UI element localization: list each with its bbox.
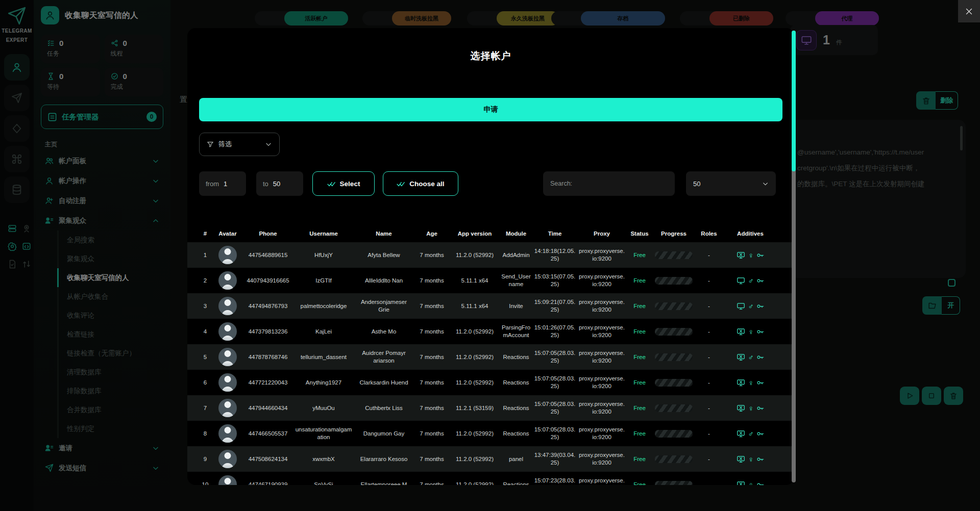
modal-title: 选择帐户 (187, 49, 794, 63)
cell-name: Clarksardin Huend (354, 377, 414, 389)
progress-bar (655, 277, 693, 285)
avatar (218, 399, 237, 417)
cell-roles: - (695, 275, 723, 287)
cell-roles: - (695, 326, 723, 338)
column-header: Status (626, 228, 653, 240)
cell-name: Ellartemporeee M (354, 479, 414, 485)
cell-additives: ♂ (723, 274, 777, 287)
key-icon (756, 481, 764, 486)
cell-module: Invite (500, 300, 532, 312)
cell-additives: ♂ (723, 427, 777, 440)
status-badge: Free (626, 428, 653, 440)
key-icon (756, 251, 764, 259)
cell-name: AllleIddlto Nan (354, 275, 414, 287)
column-header: Name (354, 228, 414, 240)
progress-bar (655, 353, 693, 361)
progress-bar (655, 481, 693, 486)
cell-name: Auidrcer Pomayr ariarson (354, 347, 414, 367)
monitor-x-icon (737, 327, 745, 336)
page-size-select[interactable]: 50 (686, 171, 776, 196)
female-icon: ♀ (748, 379, 753, 387)
cell-proxy: proxy.proxyverse.io:9200 (577, 322, 626, 341)
from-input[interactable]: from 1 (199, 171, 246, 196)
column-header: Age (414, 228, 450, 240)
monitor-x-icon (737, 404, 745, 413)
row-number: 7 (198, 402, 213, 414)
cell-name: Afyta Bellew (354, 249, 414, 261)
table-row[interactable]: 1447546889615HfUxjYAfyta Bellew7 months1… (187, 242, 794, 268)
table-row[interactable]: 9447508624134xwxmbXElararraro Kesoso7 mo… (187, 446, 794, 472)
cell-username: palmettocoleridge (293, 300, 354, 312)
table-row[interactable]: 7447944660434yMuuOuCuthbertx Liss7 month… (187, 395, 794, 421)
cell-phone: 447878768746 (242, 351, 293, 363)
column-header: Time (532, 228, 577, 240)
cell-proxy: proxy.proxyverse.io:9200 (577, 398, 626, 418)
cell-app-version: 11.2.0 (52992) (450, 428, 500, 440)
status-badge: Free (626, 453, 653, 465)
key-icon (756, 379, 764, 387)
row-number: 3 (198, 300, 213, 312)
modal-scrollbar-thumb[interactable] (792, 31, 796, 171)
cell-additives: ♀ (723, 478, 777, 486)
monitor-x-icon (737, 378, 745, 387)
filter-dropdown[interactable]: 筛选 (199, 133, 280, 156)
cell-username: KajLei (293, 326, 354, 338)
cell-time: 15:07:05(28.03.25) (532, 347, 577, 367)
avatar (218, 348, 237, 366)
cell-proxy: proxy.proxyverse.io:9200 (577, 424, 626, 443)
male-icon: ♂ (748, 277, 753, 285)
cell-time: 15:01:26(07.05.25) (532, 322, 577, 341)
search-input[interactable] (543, 171, 675, 196)
cell-module: ParsingFromAccount (500, 322, 532, 341)
row-number: 8 (198, 428, 213, 440)
cell-name: Andersonjameser Grie (354, 296, 414, 316)
apply-button[interactable]: 申请 (199, 98, 782, 121)
table-row[interactable]: 24407943916665IzGTIfAllleIddlto Nan7 mon… (187, 268, 794, 293)
cell-app-version: 11.2.0 (52992) (450, 377, 500, 389)
table-row[interactable]: 5447878768746tellurium_dassentAuidrcer P… (187, 344, 794, 370)
table-row[interactable]: 6447721220043Anything1927Clarksardin Hue… (187, 370, 794, 395)
cell-module: Reactions (500, 351, 532, 363)
to-input[interactable]: to 50 (256, 171, 303, 196)
row-number: 4 (198, 326, 213, 338)
cell-username: unsaturationamalgamation (293, 424, 354, 443)
table-row[interactable]: 4447379813236KajLeiAsthe Mo7 months11.2.… (187, 319, 794, 344)
table-row[interactable]: 10447467190939SpVySiEllartemporeee M7 mo… (187, 472, 794, 485)
filter-label: 筛选 (218, 140, 232, 149)
column-header: Avatar (213, 228, 242, 240)
cell-roles: - (695, 377, 723, 389)
monitor-x-icon (737, 251, 745, 260)
cell-app-version: 11.2.0 (52992) (450, 453, 500, 465)
key-icon (756, 455, 764, 463)
cell-roles: - (695, 479, 723, 485)
cell-phone: 447379813236 (242, 326, 293, 338)
cell-name: Dangumon Gay (354, 428, 414, 440)
cell-time: 14:18:18(12.05.25) (532, 245, 577, 265)
select-accounts-modal: 选择帐户 申请 筛选 from 1 to 50 Select Choose al… (187, 28, 794, 485)
cell-module: Reactions (500, 479, 532, 485)
cell-additives: ♀ (723, 402, 777, 415)
key-icon (756, 277, 764, 285)
cell-proxy: proxy.proxyverse.io:9200 (577, 347, 626, 367)
male-icon: ♂ (748, 353, 753, 361)
choose-all-button[interactable]: Choose all (383, 171, 458, 196)
avatar (218, 450, 237, 468)
cell-time: 15:07:23(28.03.25) (532, 475, 577, 485)
chevron-down-icon (265, 141, 272, 148)
cell-phone: 447721220043 (242, 377, 293, 389)
cell-proxy: proxy.proxyverse.io:9200 (577, 373, 626, 392)
cell-time: 15:07:05(28.03.25) (532, 398, 577, 418)
cell-username: yMuuOu (293, 402, 354, 414)
select-button[interactable]: Select (312, 171, 375, 196)
cell-username: SpVySi (293, 479, 354, 485)
column-header: Module (500, 228, 532, 240)
close-button[interactable] (958, 0, 980, 22)
table-row[interactable]: 3447494876793palmettocoleridgeAndersonja… (187, 293, 794, 319)
table-row[interactable]: 8447466505537unsaturationamalgamationDan… (187, 421, 794, 446)
progress-bar (655, 251, 693, 259)
status-badge: Free (626, 377, 653, 389)
cell-app-version: 11.2.1 (53159) (450, 402, 500, 414)
row-number: 9 (198, 453, 213, 465)
modal-scrollbar[interactable] (792, 31, 796, 482)
status-badge: Free (626, 479, 653, 485)
